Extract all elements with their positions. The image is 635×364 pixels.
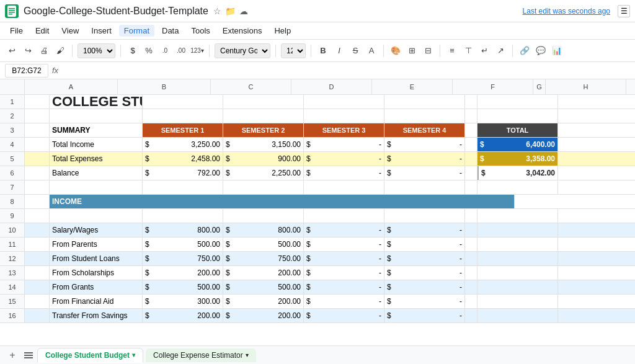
cell-5g[interactable] <box>465 152 477 166</box>
cell-10h[interactable] <box>477 223 558 237</box>
cell-10c[interactable]: $800.00 <box>143 223 223 237</box>
cell-10a[interactable] <box>25 223 50 237</box>
cell-3g[interactable] <box>465 123 477 137</box>
cell-7g[interactable] <box>465 180 477 194</box>
cell-14g[interactable] <box>465 280 477 294</box>
cell-9d[interactable] <box>223 209 304 223</box>
cell-16c[interactable]: $200.00 <box>143 309 223 322</box>
zoom-select[interactable]: 100% <box>78 43 115 58</box>
cell-1h[interactable] <box>477 95 558 109</box>
col-header-g[interactable]: G <box>533 79 546 94</box>
cell-15a[interactable] <box>25 295 50 308</box>
total-expenses-label[interactable]: Total Expenses <box>50 152 143 166</box>
cell-9e[interactable] <box>304 209 384 223</box>
cell-15g[interactable] <box>465 295 477 308</box>
cell-7c[interactable] <box>143 180 223 194</box>
from-grants-label[interactable]: From Grants <box>50 280 143 294</box>
cell-4g[interactable] <box>465 138 477 151</box>
cell-16d[interactable]: $200.00 <box>223 309 304 322</box>
cell-5a[interactable] <box>25 152 50 166</box>
cell-13a[interactable] <box>25 266 50 280</box>
cell-5e[interactable]: $ - <box>304 152 384 166</box>
cell-10d[interactable]: $800.00 <box>223 223 304 237</box>
align-left-button[interactable]: ≡ <box>445 44 459 58</box>
menu-edit[interactable]: Edit <box>30 25 54 37</box>
cell-11f[interactable]: $- <box>384 237 465 251</box>
cell-2e[interactable] <box>304 109 384 123</box>
chart-button[interactable]: 📊 <box>550 44 564 58</box>
cell-15c[interactable]: $300.00 <box>143 295 223 308</box>
cell-14c[interactable]: $500.00 <box>143 280 223 294</box>
cell-1g[interactable] <box>465 95 477 109</box>
col-header-d[interactable]: D <box>291 79 372 94</box>
cell-3a[interactable] <box>25 123 50 137</box>
cell-11e[interactable]: $- <box>304 237 384 251</box>
semester1-header[interactable]: SEMESTER 1 <box>143 123 223 137</box>
bold-button[interactable]: B <box>316 44 330 58</box>
formula-input[interactable] <box>62 64 630 78</box>
from-financial-aid-label[interactable]: From Financial Aid <box>50 295 143 308</box>
percent-format-button[interactable]: % <box>142 44 156 58</box>
cell-2d[interactable] <box>223 109 304 123</box>
cell-1c[interactable] <box>143 95 223 109</box>
add-sheet-button[interactable]: + <box>5 348 20 363</box>
cell-11a[interactable] <box>25 237 50 251</box>
decimal00-button[interactable]: .00 <box>174 44 188 58</box>
redo-button[interactable]: ↪ <box>21 44 35 58</box>
cell-15h[interactable] <box>477 295 558 308</box>
cell-8a[interactable] <box>25 195 50 208</box>
cell-11g[interactable] <box>465 237 477 251</box>
cell-12g[interactable] <box>465 252 477 265</box>
transfer-savings-label[interactable]: Transfer From Savings <box>50 309 143 322</box>
fill-color-button[interactable]: 🎨 <box>389 44 402 58</box>
cell-16f[interactable]: $- <box>384 309 465 322</box>
menu-view[interactable]: View <box>56 25 84 37</box>
decimal0-button[interactable]: .0 <box>158 44 172 58</box>
semester3-header[interactable]: SEMESTER 3 <box>304 123 384 137</box>
col-header-a[interactable]: A <box>25 79 118 94</box>
cell-title[interactable]: COLLEGE STUDENT BUDGET <box>50 95 143 109</box>
menu-extensions[interactable]: Extensions <box>218 25 267 37</box>
cell-14d[interactable]: $500.00 <box>223 280 304 294</box>
cell-4d[interactable]: $ 3,150.00 <box>223 138 304 151</box>
cell-16g[interactable] <box>465 309 477 322</box>
star-icon[interactable]: ☆ <box>213 6 221 16</box>
tab-college-expense-estimator[interactable]: College Expense Estimator ▾ <box>146 348 256 362</box>
cell-13d[interactable]: $200.00 <box>223 266 304 280</box>
cell-6c[interactable]: $ 792.00 <box>143 166 223 180</box>
cell-13g[interactable] <box>465 266 477 280</box>
cell-4f[interactable]: $ - <box>384 138 465 151</box>
italic-button[interactable]: I <box>332 44 346 58</box>
cell-reference[interactable]: B72:G72 <box>5 64 48 78</box>
cell-6e[interactable]: $ - <box>304 166 384 180</box>
cell-6a[interactable] <box>25 166 50 180</box>
col-header-f[interactable]: F <box>453 79 533 94</box>
cell-11c[interactable]: $500.00 <box>143 237 223 251</box>
cloud-icon[interactable]: ☁ <box>239 6 248 16</box>
sheet-list-button[interactable] <box>22 349 35 362</box>
cell-9c[interactable] <box>143 209 223 223</box>
cell-7a[interactable] <box>25 180 50 194</box>
cell-2h[interactable] <box>477 109 558 123</box>
col-header-h[interactable]: H <box>546 79 626 94</box>
cell-12c[interactable]: $750.00 <box>143 252 223 265</box>
cell-12d[interactable]: $750.00 <box>223 252 304 265</box>
menu-data[interactable]: Data <box>157 25 184 37</box>
cell-2f[interactable] <box>384 109 465 123</box>
folder-icon[interactable]: 📁 <box>225 6 236 16</box>
cell-7h[interactable] <box>477 180 558 194</box>
cell-5d[interactable]: $ 900.00 <box>223 152 304 166</box>
cell-9a[interactable] <box>25 209 50 223</box>
total-header[interactable]: TOTAL <box>477 123 558 137</box>
cell-12a[interactable] <box>25 252 50 265</box>
wrap-button[interactable]: ↵ <box>477 44 491 58</box>
salary-wages-label[interactable]: Salary/Wages <box>50 223 143 237</box>
cell-13h[interactable] <box>477 266 558 280</box>
col-header-c[interactable]: C <box>211 79 291 94</box>
total-expenses-value[interactable]: $ 3,358.00 <box>477 152 558 166</box>
cell-7b[interactable] <box>50 180 143 194</box>
menu-tools[interactable]: Tools <box>186 25 215 37</box>
from-student-loans-label[interactable]: From Student Loans <box>50 252 143 265</box>
cell-14e[interactable]: $- <box>304 280 384 294</box>
print-button[interactable]: 🖨 <box>37 44 51 58</box>
